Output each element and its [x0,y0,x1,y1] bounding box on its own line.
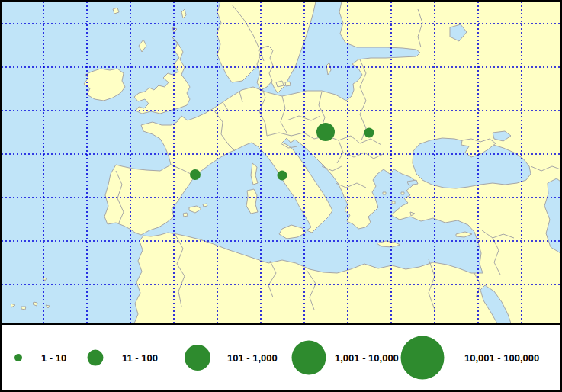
ibiza [183,213,188,217]
aegean-island [401,192,404,194]
danish-isles [276,81,284,87]
legend-symbol-circle [401,336,445,380]
legend-symbol-circle [14,354,22,361]
europe-map [2,2,560,323]
danish-isles [285,82,291,86]
occurrence-marker[interactable] [190,169,201,180]
legend-class-label: 1,001 - 10,000 [335,352,399,364]
legend-symbol-circle [88,350,104,366]
aegean-island [392,201,395,204]
canary-island [21,307,26,310]
map-area [2,2,560,325]
minorca [203,204,207,207]
occurrence-map-document: 1 - 1011 - 100101 - 1,0001,001 - 10,0001… [0,0,562,392]
occurrence-marker[interactable] [364,128,374,138]
occurrence-marker[interactable] [278,171,287,181]
aegean-island [383,192,386,194]
legend-class-label: 10,001 - 100,000 [464,352,539,364]
legend-class-label: 11 - 100 [122,352,158,364]
faroe [113,8,119,14]
legend: 1 - 1011 - 100101 - 1,0001,001 - 10,0001… [2,325,560,390]
legend-class-label: 101 - 1,000 [227,352,278,364]
legend-class-label: 1 - 10 [41,352,66,364]
legend-symbol-circle [185,345,210,371]
occurrence-marker[interactable] [316,123,335,141]
legend-symbol-circle [292,341,326,375]
